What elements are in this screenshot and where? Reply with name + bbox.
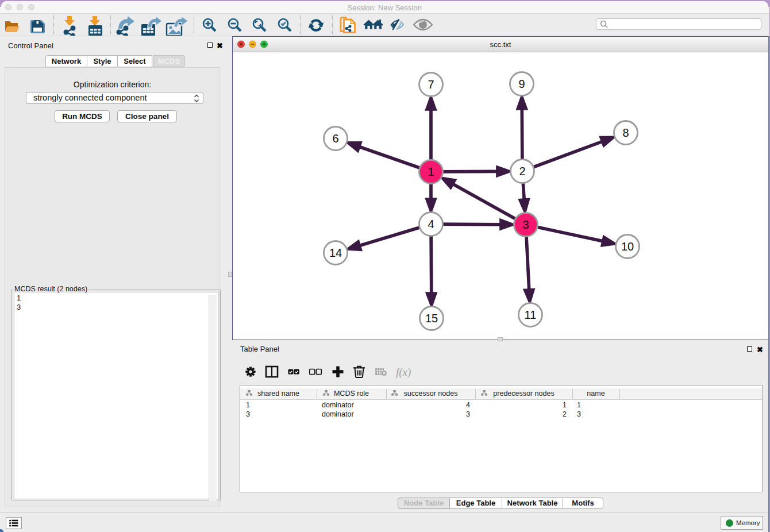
svg-text:3: 3: [522, 218, 529, 231]
svg-text:15: 15: [425, 312, 438, 325]
svg-text:4: 4: [428, 218, 434, 230]
svg-text:11: 11: [525, 309, 537, 321]
svg-text:7: 7: [428, 78, 434, 91]
svg-text:14: 14: [329, 246, 342, 259]
svg-text:6: 6: [332, 132, 338, 145]
svg-text:10: 10: [621, 240, 634, 253]
svg-text:2: 2: [519, 165, 525, 178]
svg-text:9: 9: [518, 78, 525, 90]
svg-text:8: 8: [622, 126, 629, 139]
svg-text:1: 1: [428, 165, 434, 178]
svg-text:f(x): f(x): [396, 366, 411, 379]
